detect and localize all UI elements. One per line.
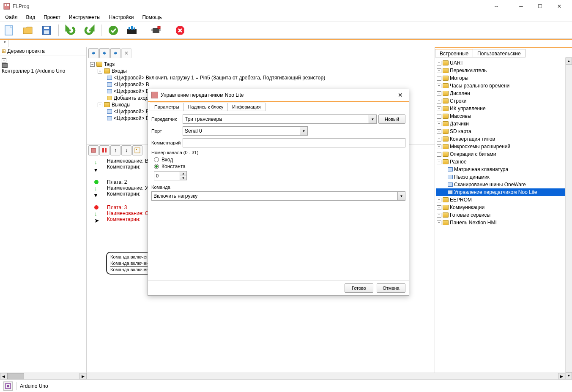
tree-controller-item[interactable]: + Контроллер 1 (Arduino Uno	[2, 57, 85, 74]
lib-folder[interactable]: +Строки	[436, 97, 571, 105]
redo-button[interactable]	[82, 24, 96, 37]
tab-info[interactable]: Информация	[227, 103, 265, 111]
input-2[interactable]: <Цифровой> В	[114, 82, 149, 87]
input-1[interactable]: <Цифровой> Включить нагрузку 1 = Pin5 (З…	[114, 75, 325, 81]
tags-btn-3[interactable]	[110, 48, 120, 58]
expand-icon[interactable]: +	[437, 137, 441, 142]
spinner-up[interactable]: ▲	[180, 172, 186, 176]
radio-input[interactable]: Вход	[154, 157, 405, 163]
scroll-down-button[interactable]: ▼	[566, 372, 572, 379]
radio-const[interactable]: Константа	[154, 163, 405, 169]
menu-help[interactable]: Помощь	[139, 14, 165, 21]
lib-folder[interactable]: +Массивы	[436, 112, 571, 120]
expand-icon[interactable]: +	[437, 220, 441, 225]
collapse-icon[interactable]: −	[437, 160, 441, 164]
open-file-button[interactable]	[21, 24, 35, 37]
tags-inputs[interactable]: Входы	[112, 68, 127, 74]
command-combo[interactable]: Включить нагрузку▼	[151, 191, 405, 201]
lib-folder[interactable]: +EEPROM	[436, 196, 571, 204]
board-3-block[interactable]: ↓ ➤ Плата: 3 Наименование: От Комментари…	[94, 204, 151, 222]
save-button[interactable]	[40, 24, 53, 37]
expand-icon[interactable]: +	[437, 213, 441, 218]
expand-icon[interactable]: +	[437, 144, 441, 149]
scroll-up-button[interactable]: ▲	[566, 57, 572, 65]
expand-icon[interactable]: +	[437, 122, 441, 126]
output-2[interactable]: <Цифровой> В	[114, 115, 149, 121]
left-horizontal-scrollbar[interactable]: ◀ ▶	[0, 373, 87, 379]
spinner-down[interactable]: ▼	[180, 176, 186, 180]
canvas-btn-1[interactable]	[88, 145, 99, 155]
tags-btn-delete[interactable]: ✕	[121, 48, 131, 58]
stop-button[interactable]	[173, 24, 187, 37]
expand-icon[interactable]: +	[437, 114, 441, 119]
lib-folder[interactable]: +Коммуникации	[436, 204, 571, 211]
expand-icon[interactable]: +	[437, 205, 441, 210]
dialog-close-button[interactable]: ✕	[395, 90, 405, 100]
new-file-button[interactable]	[3, 24, 16, 37]
lib-folder[interactable]: +Переключатель	[436, 67, 571, 74]
tags-root[interactable]: Tags	[104, 61, 115, 67]
tags-btn-2[interactable]	[99, 48, 109, 58]
expand-icon[interactable]: +	[437, 99, 441, 103]
add-input[interactable]: Добавить вход	[114, 95, 148, 101]
channel-spinner[interactable]: 0 ▲▼	[154, 171, 187, 180]
comment-input[interactable]	[183, 138, 405, 147]
expand-icon[interactable]: +	[437, 91, 441, 96]
canvas-btn-down[interactable]: ↓	[121, 145, 131, 155]
expand-icon[interactable]: +	[437, 198, 441, 202]
scroll-right-button[interactable]: ▶	[79, 373, 87, 379]
tab-params[interactable]: Параметры	[150, 103, 184, 111]
lib-folder[interactable]: +UART	[436, 59, 571, 67]
scroll-left-button[interactable]: ◀	[0, 373, 7, 379]
lib-item[interactable]: Управление передатчиком Noo Lite	[436, 188, 571, 196]
cancel-button[interactable]: Отмена	[377, 283, 405, 293]
menu-tools[interactable]: Инструменты	[66, 14, 104, 21]
lib-folder[interactable]: +Часы реального времени	[436, 82, 571, 90]
lib-folder[interactable]: +Готовые сервисы	[436, 211, 571, 219]
tags-btn-1[interactable]	[88, 48, 99, 58]
menu-file[interactable]: Файл	[2, 14, 21, 21]
lib-item[interactable]: Сканирование шины OneWare	[436, 181, 571, 188]
lib-folder[interactable]: +ИК управление	[436, 105, 571, 112]
port-combo[interactable]: Serial 0▼	[183, 126, 308, 136]
new-transmitter-button[interactable]: Новый	[378, 114, 405, 124]
vertical-scrollbar[interactable]: ▲ ▼	[565, 57, 572, 379]
scroll-right-button[interactable]: ▶	[558, 373, 565, 379]
expand-icon[interactable]: +	[437, 76, 441, 81]
canvas-btn-up[interactable]: ↑	[110, 145, 120, 155]
output-1[interactable]: <Цифровой> В	[114, 109, 149, 114]
lib-folder[interactable]: +Датчики	[436, 120, 571, 128]
tags-outputs[interactable]: Выходы	[112, 102, 131, 108]
lib-folder[interactable]: +Микросхемы расширений	[436, 143, 571, 150]
canvas-btn-2[interactable]	[99, 145, 109, 155]
transmitter-combo[interactable]: Три трансивера▼	[183, 114, 377, 124]
expand-icon[interactable]: +	[437, 84, 441, 88]
minimize-button[interactable]: ─	[512, 0, 531, 12]
collapse-icon[interactable]: −	[98, 103, 102, 107]
expand-icon[interactable]: +	[437, 106, 441, 111]
menu-project[interactable]: Проект	[40, 14, 64, 21]
maximize-button[interactable]: ☐	[531, 0, 550, 12]
expand-icon[interactable]: +	[437, 129, 441, 134]
board-2-block[interactable]: ↓ ▾ Плата: 2 Наименование: Уп Комментари…	[94, 179, 151, 197]
board-1-block[interactable]: ↓ ▾ Наименование: Вы Комментарии:	[94, 158, 152, 170]
expand-icon[interactable]: +	[437, 152, 441, 157]
menu-view[interactable]: Вид	[23, 14, 39, 21]
upload-button[interactable]	[125, 24, 139, 37]
lib-folder-misc[interactable]: −Разное	[436, 158, 571, 166]
tab-label[interactable]: Надпись к блоку	[183, 103, 228, 111]
lib-folder[interactable]: +Конвертация типов	[436, 135, 571, 143]
collapse-icon[interactable]: −	[90, 62, 95, 67]
ok-button[interactable]: Готово	[345, 283, 373, 293]
close-button[interactable]: ✕	[550, 0, 569, 12]
lib-folder[interactable]: +Дисплеи	[436, 90, 571, 97]
document-tab[interactable]: *	[1, 40, 8, 47]
expand-icon[interactable]: +	[2, 58, 6, 63]
compile-button[interactable]	[107, 24, 120, 37]
undo-button[interactable]	[64, 24, 77, 37]
collapse-icon[interactable]: −	[98, 69, 102, 74]
tab-builtin[interactable]: Встроенные	[435, 49, 473, 57]
expand-icon[interactable]: +	[437, 61, 441, 65]
canvas-btn-5[interactable]	[132, 145, 142, 155]
input-3[interactable]: <Цифровой> В	[114, 88, 149, 94]
